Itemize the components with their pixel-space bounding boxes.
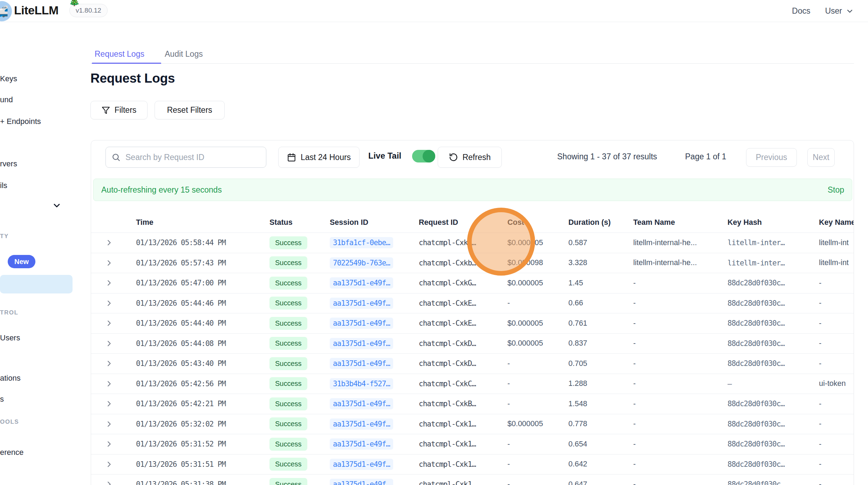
status-badge: Success [269, 478, 307, 485]
row-expand-chevron-icon[interactable] [105, 360, 136, 367]
key-hash-cell: litellm-inter… [727, 259, 819, 267]
key-hash-cell: 88dc28d0f030c… [727, 299, 819, 307]
team-name-cell: - [633, 299, 727, 307]
time-range-button[interactable]: Last 24 Hours [278, 147, 360, 168]
session-id-cell: aa1375d1-e49f… [330, 418, 419, 430]
row-expand-chevron-icon[interactable] [105, 299, 136, 307]
row-expand-chevron-icon[interactable] [105, 380, 136, 388]
search-input[interactable] [105, 147, 266, 168]
sidebar-item-servers[interactable]: rvers [0, 159, 17, 168]
team-name-cell: litellm-internal-he... [633, 258, 727, 267]
table-row[interactable]: 01/13/2026 05:31:52 PM Success aa1375d1-… [91, 434, 854, 454]
previous-label: Previous [756, 153, 787, 162]
row-expand-chevron-icon[interactable] [105, 480, 136, 485]
train-icon: 🚅 [0, 5, 8, 18]
session-id-link[interactable]: aa1375d1-e49f… [330, 398, 393, 409]
sidebar-item-users[interactable]: Users [0, 333, 20, 342]
row-expand-chevron-icon[interactable] [105, 400, 136, 408]
toggle-knob [423, 150, 435, 162]
session-id-link[interactable]: aa1375d1-e49f… [330, 298, 393, 309]
session-id-link[interactable]: aa1375d1-e49f… [330, 358, 393, 369]
row-expand-chevron-icon[interactable] [105, 319, 136, 327]
status-cell: Success [269, 277, 330, 290]
session-id-link[interactable]: aa1375d1-e49f… [330, 459, 393, 470]
previous-page-button[interactable]: Previous [746, 148, 797, 167]
table-header-row: Time Status Session ID Request ID Cost D… [91, 212, 854, 233]
session-id-link[interactable]: 31b3b4b4-f527… [330, 378, 393, 389]
user-menu-label: User [825, 6, 842, 16]
docs-link[interactable]: Docs [792, 6, 810, 16]
live-tail-toggle[interactable] [412, 150, 435, 162]
session-id-link[interactable]: aa1375d1-e49f… [330, 338, 393, 349]
status-badge: Success [269, 337, 307, 350]
duration-cell: 0.837 [568, 339, 633, 348]
table-row[interactable]: 01/13/2026 05:42:56 PM Success 31b3b4b4-… [91, 374, 854, 394]
row-expand-chevron-icon[interactable] [105, 279, 136, 287]
sidebar-item-guardrails[interactable]: ils [0, 181, 7, 190]
session-id-cell: 7022549b-763e… [330, 257, 419, 269]
table-row[interactable]: 01/13/2026 05:44:40 PM Success aa1375d1-… [91, 313, 854, 333]
row-expand-chevron-icon[interactable] [105, 340, 136, 347]
next-label: Next [813, 153, 829, 162]
table-row[interactable]: 01/13/2026 05:42:21 PM Success aa1375d1-… [91, 394, 854, 414]
sidebar-item-logs-active[interactable] [0, 275, 73, 293]
session-id-link[interactable]: aa1375d1-e49f… [330, 418, 393, 430]
key-hash-cell: 88dc28d0f030c… [727, 359, 819, 368]
col-session-id: Session ID [330, 218, 419, 227]
stop-auto-refresh-link[interactable]: Stop [828, 185, 844, 195]
table-row[interactable]: 01/13/2026 05:58:44 PM Success 31bfa1cf-… [91, 233, 854, 253]
next-page-button[interactable]: Next [807, 148, 835, 167]
table-row[interactable]: 01/13/2026 05:44:46 PM Success aa1375d1-… [91, 293, 854, 313]
session-id-link[interactable]: 7022549b-763e… [330, 257, 393, 269]
row-expand-chevron-icon[interactable] [105, 239, 136, 247]
cost-cell: $0.000005 [507, 238, 568, 247]
sidebar-item-organizations[interactable]: ations [0, 374, 21, 383]
page-title: Request Logs [90, 71, 175, 86]
session-id-link[interactable]: aa1375d1-e49f… [330, 479, 393, 485]
row-expand-chevron-icon[interactable] [105, 440, 136, 448]
filters-button[interactable]: Filters [90, 101, 148, 119]
auto-refresh-message: Auto-refreshing every 15 seconds [101, 185, 222, 195]
sidebar-collapse-chevron-icon[interactable] [52, 201, 62, 210]
session-id-link[interactable]: aa1375d1-e49f… [330, 318, 393, 329]
table-row[interactable]: 01/13/2026 05:57:43 PM Success 7022549b-… [91, 253, 854, 273]
tab-audit-logs[interactable]: Audit Logs [165, 49, 203, 59]
funnel-icon [102, 106, 110, 115]
duration-cell: 0.654 [568, 440, 633, 449]
status-badge: Success [269, 236, 307, 249]
refresh-button[interactable]: Refresh [438, 147, 502, 168]
sidebar-item-keys[interactable]: Keys [0, 74, 17, 83]
reset-filters-button[interactable]: Reset Filters [155, 101, 225, 119]
logs-card: Last 24 Hours Live Tail Refresh Showing … [91, 140, 854, 485]
key-hash-cell: – [727, 380, 819, 388]
team-name-cell: - [633, 359, 727, 368]
sidebar-item-playground[interactable]: und [0, 95, 13, 104]
row-expand-chevron-icon[interactable] [105, 460, 136, 468]
tab-request-logs[interactable]: Request Logs [95, 49, 144, 59]
table-row[interactable]: 01/13/2026 05:31:51 PM Success aa1375d1-… [91, 454, 854, 474]
user-menu[interactable]: User [825, 6, 854, 16]
duration-cell: 0.778 [568, 420, 633, 428]
duration-cell: 0.761 [568, 319, 633, 328]
session-id-link[interactable]: aa1375d1-e49f… [330, 277, 393, 289]
table-row[interactable]: 01/13/2026 05:47:00 PM Success aa1375d1-… [91, 273, 854, 293]
table-row[interactable]: 01/13/2026 05:44:08 PM Success aa1375d1-… [91, 333, 854, 354]
table-row[interactable]: 01/13/2026 05:31:38 PM Success aa1375d1-… [91, 474, 854, 485]
session-id-link[interactable]: aa1375d1-e49f… [330, 438, 393, 450]
time-cell: 01/13/2026 05:47:00 PM [136, 279, 269, 287]
team-name-cell: - [633, 279, 727, 287]
table-row[interactable]: 01/13/2026 05:32:02 PM Success aa1375d1-… [91, 414, 854, 434]
request-id-cell: chatcmpl-CxkD… [419, 339, 507, 348]
table-row[interactable]: 01/13/2026 05:43:40 PM Success aa1375d1-… [91, 353, 854, 374]
sidebar-item-teams[interactable]: s [0, 395, 4, 404]
sidebar-item-endpoints[interactable]: + Endpoints [0, 117, 41, 126]
col-status: Status [269, 218, 330, 227]
session-id-link[interactable]: 31bfa1cf-0ebe… [330, 237, 393, 248]
live-tail-label: Live Tail [368, 151, 401, 161]
key-hash-cell: 88dc28d0f030c… [727, 279, 819, 287]
cost-cell: - [507, 379, 568, 388]
row-expand-chevron-icon[interactable] [105, 259, 136, 267]
sidebar-item-api-reference[interactable]: erence [0, 448, 23, 457]
row-expand-chevron-icon[interactable] [105, 420, 136, 428]
request-id-cell: chatcmpl-CxkE… [419, 319, 507, 327]
